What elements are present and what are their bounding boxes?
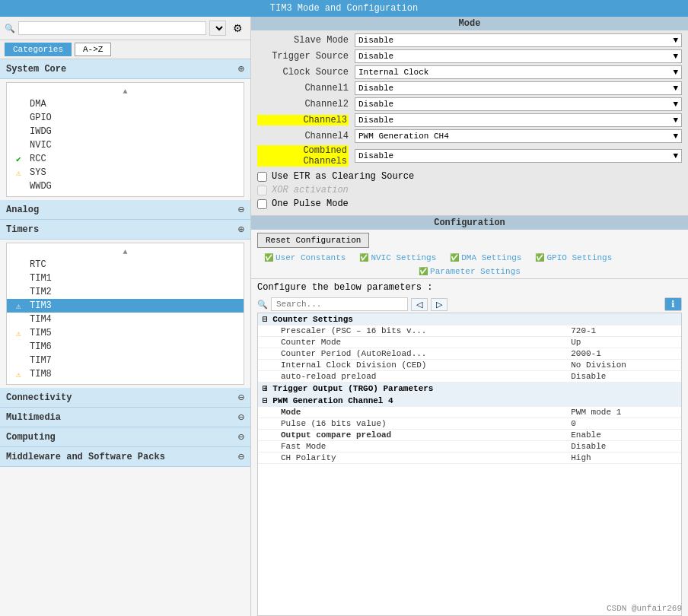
param-row-ckd: Internal Clock Division (CED) No Divisio…: [258, 360, 681, 371]
section-header-timers[interactable]: Timers ⊕: [0, 220, 250, 240]
sidebar-item-tim1[interactable]: TIM1: [7, 271, 244, 285]
pwm-ch4-expand-icon[interactable]: ⊟: [263, 396, 268, 405]
config-toolbar: Reset Configuration: [251, 230, 688, 251]
mode-row-combined: Combined Channels Disable ▼: [257, 145, 682, 167]
section-title-timers: Timers: [6, 224, 39, 235]
section-header-computing[interactable]: Computing ⊖: [0, 427, 250, 447]
xor-checkbox[interactable]: [257, 186, 267, 195]
reset-config-button[interactable]: Reset Configuration: [257, 233, 369, 248]
trigger-output-expand-icon[interactable]: ⊞: [263, 384, 268, 393]
opm-label: One Pulse Mode: [272, 198, 349, 209]
sidebar-dropdown[interactable]: [209, 21, 226, 36]
xor-label: XOR activation: [272, 185, 349, 195]
mode-row-ch3: Channel3 Disable ▼: [257, 113, 682, 127]
tab-nvic-settings[interactable]: ✅ NVIC Settings: [352, 251, 443, 265]
section-header-analog[interactable]: Analog ⊖: [0, 200, 250, 220]
config-search-input[interactable]: [271, 297, 408, 311]
slave-mode-label: Slave Mode: [257, 35, 349, 46]
counter-settings-expand-icon[interactable]: ⊟: [263, 315, 268, 324]
sidebar-item-rtc[interactable]: RTC: [7, 258, 244, 271]
section-header-multimedia[interactable]: Multimedia ⊖: [0, 408, 250, 427]
param-row-ch-polarity: CH Polarity High: [258, 452, 681, 464]
nav-next-button[interactable]: ▷: [431, 298, 448, 311]
section-header-connectivity[interactable]: Connectivity ⊖: [0, 388, 250, 408]
trigger-output-label: Trigger Output (TRGO) Parameters: [272, 384, 433, 393]
tab-gpio-settings[interactable]: ✅ GPIO Settings: [528, 251, 619, 265]
sidebar-item-tim7[interactable]: TIM7: [7, 354, 244, 367]
info-button[interactable]: ℹ: [664, 297, 682, 311]
sidebar-tabs: Categories A->Z: [0, 40, 250, 59]
fast-mode-value[interactable]: Disable: [566, 441, 681, 452]
sidebar-item-gpio[interactable]: GPIO: [7, 111, 244, 125]
channel2-select[interactable]: Disable ▼: [355, 97, 682, 111]
param-row-mode: Mode PWM mode 1: [258, 407, 681, 418]
search-icon: 🔍: [5, 24, 15, 33]
tim8-warn-icon: ⚠: [16, 370, 27, 379]
param-row-fast-mode: Fast Mode Disable: [258, 441, 681, 452]
sidebar-item-tim2[interactable]: TIM2: [7, 285, 244, 299]
opm-checkbox[interactable]: [257, 199, 267, 209]
section-header-middleware[interactable]: Middleware and Software Packs ⊖: [0, 447, 250, 467]
sidebar-item-nvic[interactable]: NVIC: [7, 138, 244, 152]
prescaler-value[interactable]: 720-1: [566, 325, 681, 337]
config-tabs: ✅ User Constants ✅ NVIC Settings ✅ DMA S…: [251, 251, 688, 279]
clock-source-arrow: ▼: [673, 68, 678, 77]
ch-polarity-value[interactable]: High: [566, 452, 681, 464]
section-header-system-core[interactable]: System Core ⊕: [0, 59, 250, 79]
mode-row-ch1: Channel1 Disable ▼: [257, 81, 682, 95]
param-row-output-compare: Output compare preload Enable: [258, 430, 681, 441]
tab-az[interactable]: A->Z: [75, 43, 111, 56]
tab-parameter-settings[interactable]: ✅ Parameter Settings: [257, 265, 682, 278]
sidebar-item-tim8[interactable]: ⚠TIM8: [7, 367, 244, 381]
channel2-arrow: ▼: [673, 100, 678, 109]
section-toggle-connectivity: ⊖: [238, 391, 244, 404]
sidebar-item-wwdg[interactable]: WWDG: [7, 179, 244, 193]
etr-checkbox[interactable]: [257, 172, 267, 182]
sidebar-search-input[interactable]: [18, 21, 206, 35]
param-row-prescaler: Prescaler (PSC – 16 bits v... 720-1: [258, 325, 681, 337]
trigger-output-cell: ⊞ Trigger Output (TRGO) Parameters: [258, 383, 681, 395]
channel4-select[interactable]: PWM Generation CH4 ▼: [355, 129, 682, 143]
sidebar-item-tim4[interactable]: TIM4: [7, 313, 244, 326]
pulse-value[interactable]: 0: [566, 418, 681, 430]
combined-channels-select[interactable]: Disable ▼: [355, 149, 682, 163]
counter-mode-name: Counter Mode: [258, 337, 566, 348]
config-section: Configuration Reset Configuration ✅ User…: [251, 216, 688, 616]
tab-categories[interactable]: Categories: [5, 43, 72, 56]
mode-row-clock: Clock Source Internal Clock ▼: [257, 65, 682, 79]
clock-source-select[interactable]: Internal Clock ▼: [355, 65, 682, 79]
checkbox-row-opm: One Pulse Mode: [251, 197, 688, 211]
sidebar-item-rcc[interactable]: ✔RCC: [7, 152, 244, 166]
autoreload-value[interactable]: Disable: [566, 371, 681, 383]
sidebar-item-tim5[interactable]: ⚠TIM5: [7, 326, 244, 340]
channel3-select[interactable]: Disable ▼: [355, 113, 682, 127]
sidebar-item-sys[interactable]: ⚠SYS: [7, 166, 244, 179]
sidebar-item-tim6[interactable]: TIM6: [7, 340, 244, 354]
param-row-autoreload: auto-reload preload Disable: [258, 371, 681, 383]
trigger-source-select[interactable]: Disable ▼: [355, 49, 682, 63]
channel1-arrow: ▼: [673, 84, 678, 93]
counter-mode-value[interactable]: Up: [566, 337, 681, 348]
channel1-select[interactable]: Disable ▼: [355, 81, 682, 95]
nav-prev-button[interactable]: ◁: [411, 298, 428, 311]
clock-source-value: Internal Clock: [358, 68, 428, 77]
tab-user-constants[interactable]: ✅ User Constants: [257, 251, 352, 265]
sidebar-item-dma[interactable]: DMA: [7, 97, 244, 111]
ckd-value[interactable]: No Division: [566, 360, 681, 371]
checkbox-row-etr: Use ETR as Clearing Source: [251, 170, 688, 183]
user-constants-check-icon: ✅: [264, 253, 273, 262]
output-compare-value[interactable]: Enable: [566, 430, 681, 441]
sidebar-item-iwdg[interactable]: IWDG: [7, 125, 244, 138]
sidebar-item-tim3[interactable]: ⚠TIM3: [7, 299, 244, 313]
pwm-mode-value[interactable]: PWM mode 1: [566, 407, 681, 418]
sidebar: 🔍 ⚙ Categories A->Z System Core ⊕ ▲ DMA …: [0, 17, 251, 616]
user-constants-label: User Constants: [276, 253, 346, 262]
channel3-label: Channel3: [257, 115, 349, 125]
counter-period-value[interactable]: 2000-1: [566, 348, 681, 360]
gear-button[interactable]: ⚙: [229, 20, 246, 37]
pulse-name: Pulse (16 bits value): [258, 418, 566, 430]
slave-mode-select[interactable]: Disable ▼: [355, 33, 682, 47]
param-row-counter-mode: Counter Mode Up: [258, 337, 681, 348]
section-body-timers: ▲ RTC TIM1 TIM2 ⚠TIM3 TIM4 ⚠TIM5 TIM6 TI…: [6, 243, 244, 385]
tab-dma-settings[interactable]: ✅ DMA Settings: [443, 251, 528, 265]
